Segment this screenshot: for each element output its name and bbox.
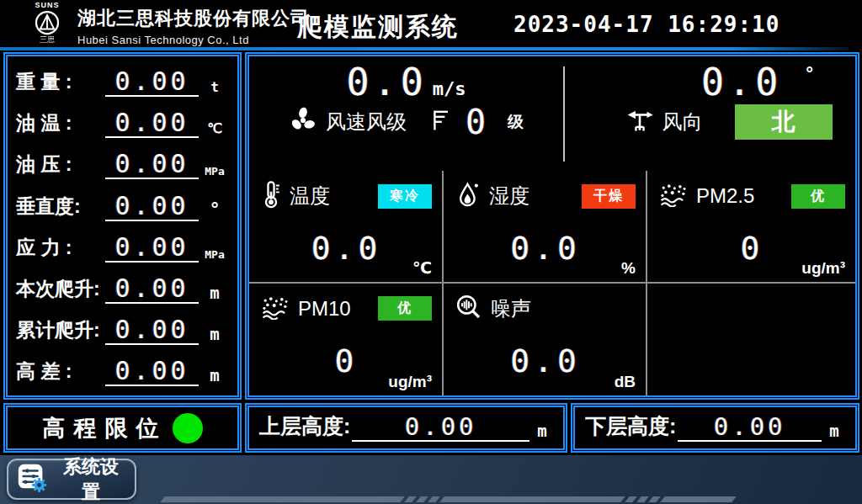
sensor-unit: m — [199, 284, 231, 304]
pm25-status-badge: 优 — [791, 184, 845, 209]
wind-level-icon — [430, 108, 450, 136]
weather-cell-noise: 噪声 0.0 dB — [444, 284, 647, 396]
wind-speed-unit: m/s — [433, 78, 466, 99]
temperature-value: 0.0 — [261, 230, 432, 267]
temperature-status-badge: 寒冷 — [378, 184, 432, 209]
wind-direction-label: 风向 — [662, 109, 703, 135]
wind-speed-label: 风速风级 — [326, 109, 407, 135]
company-logo-icon — [35, 10, 60, 35]
pm10-unit: ug/m³ — [388, 373, 432, 391]
weather-cell-humidity: 湿度 干燥 0.0 % — [444, 171, 647, 284]
sensor-value: 0.00 — [105, 317, 199, 345]
sensor-label: 本次爬升: — [16, 276, 105, 304]
wind-direction-unit: ° — [806, 63, 813, 84]
sensor-value: 0.00 — [105, 110, 199, 138]
header-accent-line — [0, 47, 849, 50]
sensor-label: 高 差 : — [16, 358, 105, 386]
datetime-display: 2023-04-17 16:29:10 — [513, 12, 780, 37]
page-title: 爬模监测系统 — [297, 10, 459, 45]
elevation-limit-panel: 高程限位 — [3, 403, 242, 453]
wind-direction-button[interactable]: 北 — [735, 104, 833, 140]
humidity-status-badge: 干燥 — [582, 184, 636, 209]
noise-icon — [455, 294, 482, 324]
humidity-droplet-icon — [455, 181, 481, 211]
weather-cell-empty — [647, 284, 855, 396]
sensor-label: 垂直度: — [16, 194, 105, 221]
sensor-row-total-climb: 累计爬升: 0.00 m — [13, 308, 232, 349]
sensor-unit: ° — [199, 199, 231, 221]
sensor-value: 0.00 — [105, 235, 199, 263]
upper-height-unit: m — [529, 422, 555, 442]
sensor-row-weight: 重 量 : 0.00 t — [13, 60, 232, 101]
sensor-row-height-diff: 高 差 : 0.00 m — [13, 349, 232, 390]
sensor-row-verticality: 垂直度: 0.00 ° — [13, 183, 232, 225]
sensor-value: 0.00 — [105, 276, 199, 304]
sensor-unit: ℃ — [199, 120, 231, 138]
wind-section: 0.0m/s 风速风级 — [249, 56, 855, 171]
sensor-unit: MPa — [199, 248, 231, 263]
wind-direction-value: 0.0 — [701, 60, 782, 104]
bottom-bar: 系统设置 — [0, 455, 862, 504]
sensor-value: 0.00 — [105, 194, 199, 221]
lower-height-box: 下层高度: 0.00 m — [571, 403, 859, 453]
sensor-unit: MPa — [199, 165, 231, 179]
weather-label: PM2.5 — [696, 184, 754, 208]
sensor-value: 0.00 — [105, 358, 199, 386]
pm25-unit: ug/m³ — [801, 259, 845, 278]
sensor-row-oil-temp: 油 温 : 0.00 ℃ — [13, 101, 232, 142]
sensor-value: 0.00 — [105, 69, 199, 97]
lower-height-label: 下层高度: — [585, 412, 676, 442]
thermometer-icon — [261, 180, 281, 212]
pm10-dust-icon — [261, 294, 290, 323]
weather-label: 湿度 — [489, 183, 529, 210]
sensor-label: 重 量 : — [16, 69, 105, 97]
sensor-unit: t — [199, 79, 231, 97]
settings-sliders-gear-icon — [16, 462, 48, 496]
sensor-row-oil-pressure: 油 压 : 0.00 MPa — [13, 142, 232, 183]
weather-label: 噪声 — [491, 295, 531, 322]
wind-speed-block: 0.0m/s 风速风级 — [249, 56, 563, 171]
weather-cell-pm10: PM10 优 0 ug/m³ — [249, 284, 444, 396]
lower-height-unit: m — [822, 422, 847, 442]
sensor-label: 累计爬升: — [16, 317, 105, 345]
settings-button-label: 系统设置 — [55, 454, 127, 504]
elevation-limit-status-dot — [173, 413, 203, 443]
noise-value: 0.0 — [455, 342, 636, 379]
weather-grid: 温度 寒冷 0.0 ℃ 湿度 干燥 — [249, 171, 855, 395]
temperature-unit: ℃ — [412, 258, 432, 278]
system-settings-button[interactable]: 系统设置 — [7, 459, 136, 500]
weather-label: 温度 — [290, 183, 330, 210]
wind-direction-block: 0.0° 风向 北 — [565, 56, 855, 171]
lower-height-value: 0.00 — [678, 415, 822, 442]
sensor-row-current-climb: 本次爬升: 0.00 m — [13, 267, 232, 308]
humidity-unit: % — [621, 259, 636, 278]
noise-unit: dB — [615, 373, 636, 391]
company-name-cn: 湖北三思科技股份有限公司 — [77, 6, 310, 31]
pm25-dust-icon — [659, 182, 688, 210]
sensor-row-stress: 应 力 : 0.00 MPa — [13, 225, 232, 267]
environment-panel: 0.0m/s 风速风级 — [245, 52, 859, 400]
upper-height-box: 上层高度: 0.00 m — [245, 403, 567, 453]
weather-cell-pm25: PM2.5 优 0 ug/m³ — [647, 171, 855, 284]
logo-text-top: SUNS — [22, 2, 72, 9]
header: SUNS 三思 湖北三思科技股份有限公司 Hubei Sansi Technol… — [0, 0, 862, 47]
bottom-bar-decoration — [160, 496, 736, 502]
company-name-block: 湖北三思科技股份有限公司 Hubei Sansi Technology Co.,… — [77, 6, 310, 46]
pm10-status-badge: 优 — [378, 296, 432, 321]
sensor-value: 0.00 — [105, 151, 199, 179]
upper-height-value: 0.00 — [352, 415, 529, 442]
sensor-panel: 重 量 : 0.00 t 油 温 : 0.00 ℃ 油 压 : 0.00 MPa… — [3, 52, 242, 400]
sensor-label: 油 压 : — [16, 151, 105, 179]
company-name-en: Hubei Sansi Technology Co., Ltd — [77, 34, 310, 46]
sensor-unit: m — [199, 325, 231, 345]
fan-icon — [289, 106, 317, 138]
wind-level-value: 0 — [466, 103, 486, 141]
weather-label: PM10 — [298, 297, 351, 321]
elevation-limit-label: 高程限位 — [43, 413, 168, 443]
wind-speed-value: 0.0 — [346, 60, 427, 104]
sensor-unit: m — [199, 366, 231, 386]
company-logo: SUNS 三思 — [22, 2, 72, 44]
sensor-label: 油 温 : — [16, 110, 105, 138]
wind-vane-icon — [625, 107, 654, 137]
weather-cell-temperature: 温度 寒冷 0.0 ℃ — [249, 171, 444, 284]
